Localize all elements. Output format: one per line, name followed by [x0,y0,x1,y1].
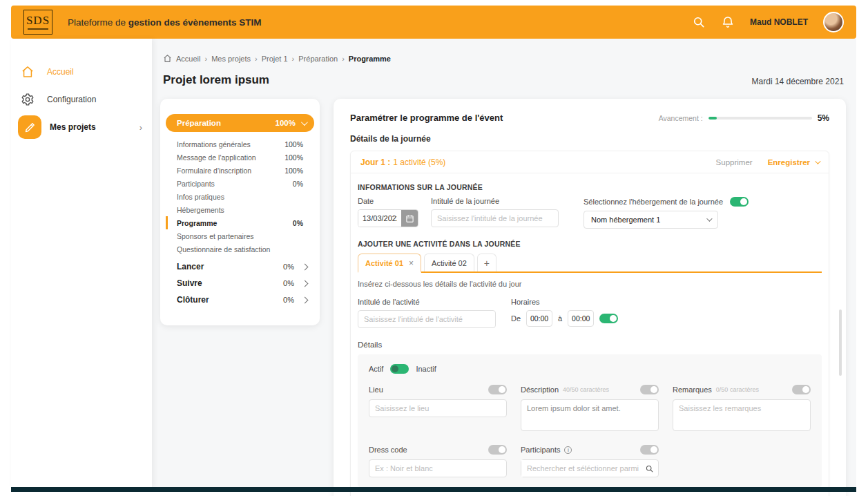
menu-item-participants[interactable]: Participants 0% [166,177,314,190]
tab-activite-01[interactable]: Activité 01 × [358,254,421,273]
menu-item-informations-generales[interactable]: Informations générales 100% [166,137,314,151]
phase-lancer[interactable]: Lancer 0% [166,258,314,275]
day-title-rest: 1 activité (5%) [393,158,445,167]
toggle-knob [610,315,617,322]
search-icon[interactable] [692,15,706,29]
lieu-label: Lieu [369,385,383,394]
plus-icon: + [484,258,490,269]
phase-suivre[interactable]: Suivre 0% [166,275,314,292]
day-title-input[interactable] [431,209,559,227]
remarques-header: Remarques 0/50 caractères [673,385,811,394]
phase-list: Lancer 0% Suivre 0% Clôturer 0% [166,258,314,308]
description-textarea[interactable]: Lorem ipsum dolor sit amet. [521,399,659,431]
chevron-right-icon: › [139,122,142,133]
delete-day-button[interactable]: Supprimer [716,158,753,166]
remarques-toggle[interactable] [792,385,811,394]
menu-item-hebergements[interactable]: Hébergements [166,203,314,216]
participants-toggle[interactable] [640,445,659,455]
lodging-select-value: Nom hébergement 1 [591,216,660,224]
details-section-label: Détails [358,341,822,349]
remarques-counter: 0/50 caractères [716,386,759,393]
dresscode-input[interactable] [369,459,507,477]
to-label: à [558,314,562,323]
time-from-input[interactable] [526,310,552,327]
calendar-button[interactable] [401,210,418,227]
phase-percent: 0% [283,279,294,287]
menu-item-label: Formulaire d'inscription [177,166,251,175]
notifications-bell-icon[interactable] [721,15,735,29]
save-button-label: Enregistrer [768,158,810,166]
phase-label: Suivre [177,278,202,288]
breadcrumb-home-icon[interactable] [163,54,172,63]
sidebar-item-label: Accueil [47,67,74,77]
lieu-column: Lieu [369,385,507,434]
sds-logo[interactable]: SDS [23,10,52,35]
phase-cloturer[interactable]: Clôturer 0% [166,292,314,308]
remarques-label: Remarques [673,385,712,394]
user-name[interactable]: Maud NOBLET [750,17,808,27]
details-columns: Lieu Déscription 40/50 caractères [369,385,811,434]
breadcrumb-preparation[interactable]: Préparation [298,55,338,63]
menu-item-message-application[interactable]: Message de l'application 100% [166,151,314,164]
hours-toggle[interactable] [599,314,618,323]
details-active-toggle[interactable] [390,364,409,374]
add-activity-tab-button[interactable]: + [477,254,496,271]
day-card-header: Jour 1 :1 activité (5%) Supprimer Enregi… [351,151,829,173]
breadcrumb-separator: › [292,55,295,63]
lodging-field-group: Sélectionnez l'hébergement de la journée… [584,197,749,229]
page-date: Mardi 14 décembre 2021 [752,77,844,86]
chevron-right-icon [302,263,309,270]
footer-bar [11,487,856,492]
participants-column: Participants i [521,445,659,477]
program-title: Paramétrer le programme de l'évent [350,113,503,123]
breadcrumb-accueil[interactable]: Accueil [176,55,200,63]
dresscode-header: Dress code [369,445,507,455]
time-to-input[interactable] [568,310,594,327]
details-row2: Dress code Participants i [369,445,811,477]
breadcrumb-mes-projets[interactable]: Mes projets [211,55,251,63]
activity-tabs: Activité 01 × Activité 02 + [358,254,822,273]
menu-item-infos-pratiques[interactable]: Infos pratiques [166,190,314,203]
sidebar-item-label: Configuration [47,95,96,104]
remarques-textarea[interactable] [673,399,811,431]
menu-item-sponsors[interactable]: Sponsors et partenaires [166,229,314,242]
description-toggle[interactable] [640,385,659,394]
pencil-icon [18,115,41,139]
phase-percent: 0% [283,296,294,304]
save-button[interactable]: Enregistrer [768,158,819,166]
lodging-label-row: Sélectionnez l'hébergement de la journée [584,197,749,207]
breadcrumb-projet-1[interactable]: Projet 1 [262,55,288,63]
progress-label: Avancement : [659,114,703,122]
menu-item-percent: 100% [284,140,303,149]
lodging-label: Sélectionnez l'hébergement de la journée [584,198,723,206]
lieu-toggle[interactable] [488,385,507,394]
menu-item-formulaire-inscription[interactable]: Formulaire d'inscription 100% [166,164,314,177]
phase-preparation[interactable]: Préparation 100% [166,114,314,132]
participants-search-field [521,459,659,477]
remarques-column: Remarques 0/50 caractères [673,385,811,434]
chevron-down-icon [301,119,308,126]
info-icon[interactable]: i [564,446,572,454]
lodging-toggle[interactable] [730,197,749,207]
scrollbar-thumb[interactable] [839,309,842,376]
dresscode-toggle[interactable] [488,445,507,455]
activity-name-input[interactable] [358,310,496,328]
participants-search-input[interactable] [521,460,645,477]
menu-item-programme[interactable]: Programme 0% [166,216,314,229]
app-title: Plateforme de gestion des évènements STI… [68,17,262,28]
description-column: Déscription 40/50 caractères Lorem ipsum… [521,385,659,434]
breadcrumb-separator: › [204,55,207,63]
sidebar-item-accueil[interactable]: Accueil [11,58,152,86]
logo-text: SDS [26,15,50,26]
date-input[interactable] [358,210,401,227]
close-icon[interactable]: × [409,258,414,268]
lieu-input[interactable] [369,399,507,417]
sidebar-item-mes-projets[interactable]: Mes projets › [11,113,152,141]
menu-item-questionnaire[interactable]: Questionnaire de satisfaction [166,242,314,256]
avatar[interactable] [823,12,844,32]
sidebar-item-configuration[interactable]: Configuration [11,86,152,113]
menu-item-percent: 100% [284,153,303,162]
lodging-select[interactable]: Nom hébergement 1 [584,211,718,229]
tab-activite-02[interactable]: Activité 02 [424,254,474,271]
activity-hint: Insérez ci-dessous les détails de l'acti… [358,280,822,288]
